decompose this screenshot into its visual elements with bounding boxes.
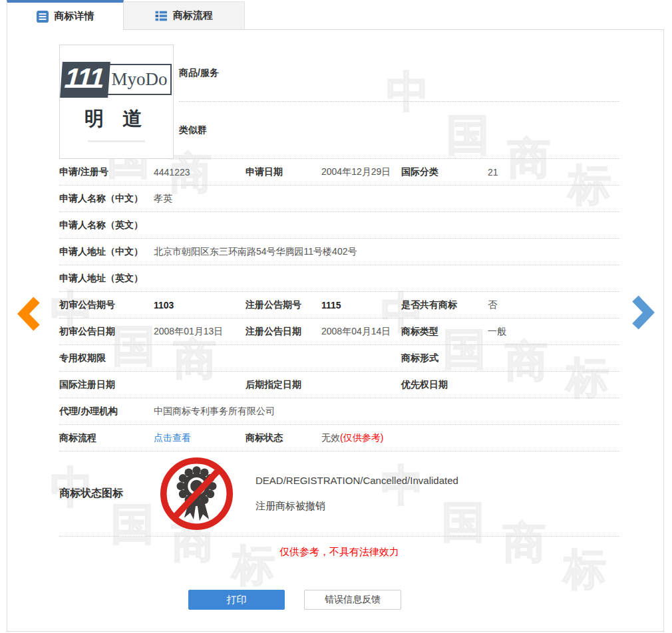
logo-latin-name: MyoDo xyxy=(106,64,172,95)
field-label: 初审公告日期 xyxy=(59,326,154,338)
chevron-right-icon[interactable] xyxy=(631,295,655,332)
field-value: 2008年04月14日 xyxy=(321,326,401,338)
logo-numbers: 111 xyxy=(60,62,110,98)
field-value: 2008年01月13日 xyxy=(154,326,246,338)
tab-bar: 商标详情 商标流程 xyxy=(7,0,245,30)
row-applicant-address-en: 申请人地址（英文） xyxy=(59,265,619,292)
field-label: 国际注册日期 xyxy=(59,379,154,391)
field-label: 注册公告期号 xyxy=(246,299,321,311)
field-label: 申请日期 xyxy=(246,166,321,178)
field-label: 代理/办理机构 xyxy=(59,406,154,418)
tab-label: 商标流程 xyxy=(173,9,213,22)
row-exclusive-period: 专用权期限 商标形式 xyxy=(59,345,619,372)
top-section: 111 MyoDo 明 道 商品/服务 类似群 xyxy=(59,45,619,159)
tab-label: 商标详情 xyxy=(55,10,94,23)
document-lines-icon xyxy=(37,11,49,23)
row-applicant-address-cn: 申请人地址（中文） 北京市朝阳区东三环南路54号华腾园11号楼402号 xyxy=(59,239,619,265)
view-process-link[interactable]: 点击查看 xyxy=(154,432,191,443)
row-process-status: 商标流程 点击查看 商标状态 无效(仅供参考) xyxy=(59,425,619,451)
field-label: 申请人地址（中文） xyxy=(59,246,154,258)
legal-disclaimer: 仅供参考，不具有法律效力 xyxy=(59,546,619,559)
field-label: 类似群 xyxy=(179,124,207,136)
status-line-chinese: 注册商标被撤销 xyxy=(255,500,458,513)
field-label: 商品/服务 xyxy=(179,67,219,79)
chevron-left-icon[interactable] xyxy=(17,297,41,334)
field-value: 孝英 xyxy=(154,193,619,205)
field-value: 4441223 xyxy=(154,167,246,178)
trademark-image: 111 MyoDo 明 道 xyxy=(59,45,174,159)
field-label: 国际分类 xyxy=(401,166,488,178)
field-label: 申请人名称（英文） xyxy=(59,219,154,231)
row-applicant-name-en: 申请人名称（英文） xyxy=(59,212,619,239)
row-applicant-name-cn: 申请人名称（中文） 孝英 xyxy=(59,186,619,212)
field-label: 是否共有商标 xyxy=(401,299,488,311)
field-value: 无效(仅供参考) xyxy=(321,432,619,444)
print-button[interactable]: 打印 xyxy=(188,590,285,610)
logo-underline xyxy=(88,140,145,142)
tab-trademark-detail[interactable]: 商标详情 xyxy=(7,0,124,30)
status-line-english: DEAD/REGISTRATION/Cancelled/Invalidated xyxy=(255,475,458,486)
field-label: 专用权期限 xyxy=(59,352,154,364)
field-label: 申请人地址（英文） xyxy=(59,273,154,285)
field-label: 商标类型 xyxy=(401,326,488,338)
field-similar-group: 类似群 xyxy=(179,102,619,159)
field-label: 商标状态图标 xyxy=(59,487,154,501)
row-status-icon: 商标状态图标 xyxy=(59,451,619,537)
row-agency: 代理/办理机构 中国商标专利事务所有限公司 xyxy=(59,398,619,425)
field-label: 优先权日期 xyxy=(401,379,488,391)
field-label: 后期指定日期 xyxy=(246,379,321,391)
field-label: 商标流程 xyxy=(59,432,154,444)
logo-chinese-name: 明 道 xyxy=(84,106,148,132)
field-goods-services: 商品/服务 xyxy=(179,45,619,102)
field-value: 北京市朝阳区东三环南路54号华腾园11号楼402号 xyxy=(154,246,619,258)
action-buttons: 打印 错误信息反馈 xyxy=(59,590,619,610)
field-value: 21 xyxy=(488,167,619,178)
field-label: 商标形式 xyxy=(401,352,488,364)
field-value: 1103 xyxy=(154,300,246,311)
field-value: 否 xyxy=(488,299,619,311)
field-label: 商标状态 xyxy=(246,432,321,444)
field-label: 初审公告期号 xyxy=(59,299,154,311)
status-value: 无效 xyxy=(321,432,340,443)
row-publication-numbers: 初审公告期号 1103 注册公告期号 1115 是否共有商标 否 xyxy=(59,292,619,318)
list-icon xyxy=(155,10,167,22)
row-publication-dates: 初审公告日期 2008年01月13日 注册公告日期 2008年04月14日 商标… xyxy=(59,318,619,345)
status-note: (仅供参考) xyxy=(340,432,383,443)
field-value: 一般 xyxy=(488,326,619,338)
field-value: 2004年12月29日 xyxy=(321,166,401,178)
error-feedback-button[interactable]: 错误信息反馈 xyxy=(304,590,401,610)
field-value: 中国商标专利事务所有限公司 xyxy=(154,406,619,418)
banned-medal-icon xyxy=(159,456,234,531)
field-label: 申请/注册号 xyxy=(59,166,154,178)
row-international-dates: 国际注册日期 后期指定日期 优先权日期 xyxy=(59,372,619,398)
field-label: 申请人名称（中文） xyxy=(59,193,154,205)
field-label: 注册公告日期 xyxy=(246,326,321,338)
tab-trademark-process[interactable]: 商标流程 xyxy=(124,1,245,29)
trademark-detail-panel: 中 国 商 标 国 商 中 国 商 中 国 商 标 中 国 商 标 中 国 商 … xyxy=(7,29,664,632)
field-value: 1115 xyxy=(321,300,401,311)
row-registration-number: 申请/注册号 4441223 申请日期 2004年12月29日 国际分类 21 xyxy=(59,159,619,186)
